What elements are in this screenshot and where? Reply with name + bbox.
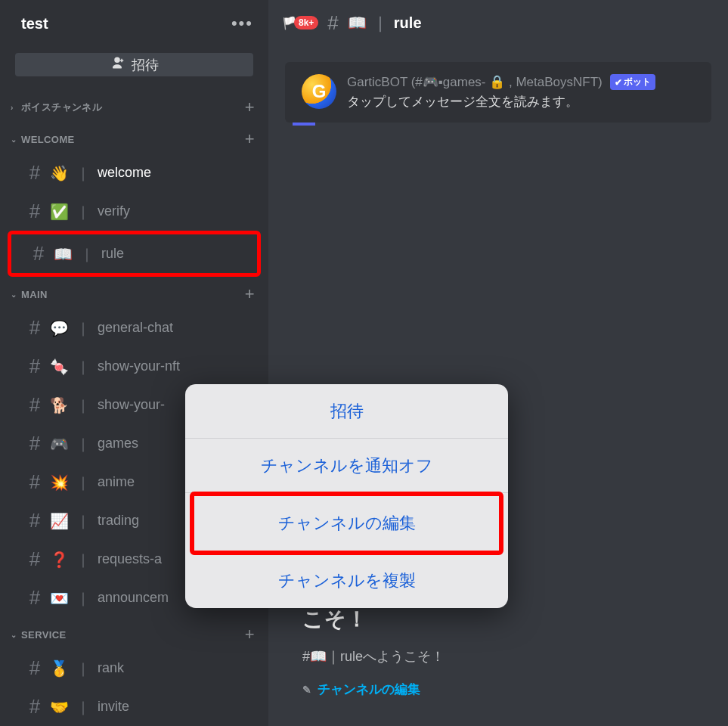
ctx-invite[interactable]: 招待 <box>185 384 508 439</box>
chevron-right-icon: › <box>11 104 18 112</box>
hash-icon: # <box>327 11 338 35</box>
ctx-mute[interactable]: チャンネルを通知オフ <box>185 439 508 493</box>
ctx-duplicate[interactable]: チャンネルを複製 <box>185 554 508 608</box>
chevron-down-icon: ⌄ <box>11 290 18 299</box>
hash-icon: # <box>27 470 42 494</box>
ctx-edit-channel[interactable]: チャンネルの編集 <box>194 496 499 551</box>
hash-icon: # <box>27 548 42 571</box>
unread-badge: 8k+ <box>294 16 318 29</box>
channel-invite[interactable]: #🤝｜invite <box>0 687 268 726</box>
add-channel-icon[interactable]: + <box>245 129 255 149</box>
context-menu: 招待 チャンネルを通知オフ チャンネルの編集 チャンネルを複製 <box>185 384 508 608</box>
channel-label: anime <box>98 474 135 490</box>
chevron-down-icon: ⌄ <box>11 631 18 639</box>
channel-label: invite <box>98 699 129 715</box>
reply-subtitle: タップしてメッセージ全文を読みます。 <box>347 93 698 110</box>
welcome-subtitle: #📖｜ruleへようこそ！ <box>302 647 445 666</box>
channel-label: verify <box>98 203 130 219</box>
hash-icon: # <box>27 393 42 417</box>
channel-title: 📖 ｜ rule <box>348 13 422 33</box>
highlight-edit-channel: チャンネルの編集 <box>190 492 503 555</box>
add-channel-icon[interactable]: + <box>245 98 255 117</box>
chevron-down-icon: ⌄ <box>11 135 18 144</box>
hash-icon: # <box>27 316 42 340</box>
channel-rank[interactable]: #🥇｜rank <box>0 649 268 687</box>
channel-general-chat[interactable]: #💬｜general-chat <box>0 309 268 347</box>
channel-label: rank <box>98 660 124 676</box>
hash-icon: # <box>27 695 42 718</box>
channel-header: 🏳️ 8k+ # 📖 ｜ rule <box>268 0 728 45</box>
channel-label: show-your-nft <box>98 358 180 374</box>
hash-icon: # <box>27 656 42 680</box>
add-channel-icon[interactable]: + <box>245 284 255 304</box>
server-name: test <box>21 15 48 33</box>
hash-icon: # <box>31 242 46 265</box>
hash-icon: # <box>27 355 42 378</box>
hash-icon: # <box>27 161 42 185</box>
channel-show-your-nft[interactable]: #🍬｜show-your-nft <box>0 347 268 386</box>
channel-label: general-chat <box>98 320 173 336</box>
reply-author: GarticBOT (#🎮▪games- 🔒 , MetaBoysNFT) ✔ボ… <box>347 74 698 90</box>
invite-label: 招待 <box>132 56 159 74</box>
channel-label: trading <box>98 513 139 529</box>
hash-icon: # <box>27 509 42 532</box>
add-channel-icon[interactable]: + <box>245 625 255 644</box>
pinned-reply[interactable]: G GarticBOT (#🎮▪games- 🔒 , MetaBoysNFT) … <box>285 62 711 123</box>
highlight-rule-channel: # 📖 ｜ rule <box>8 231 261 277</box>
server-header: test ••• <box>0 0 268 41</box>
channel-label: games <box>98 436 138 451</box>
welcome-block: こそ！ #📖｜ruleへようこそ！ ✎ チャンネルの編集 <box>302 605 445 698</box>
category-main[interactable]: ⌄MAIN + <box>0 277 268 309</box>
pencil-icon: ✎ <box>302 684 311 696</box>
welcome-title: こそ！ <box>302 605 445 634</box>
channel-label: rule <box>101 246 124 262</box>
more-icon[interactable]: ••• <box>231 14 253 33</box>
channel-label: announcem <box>98 590 169 606</box>
category-service[interactable]: ⌄SERVICE + <box>0 617 268 649</box>
channel-sidebar: test ••• 招待 ›ボイスチャンネル + ⌄WELCOME + # 👋 ｜… <box>0 0 268 726</box>
hash-icon: # <box>27 432 42 455</box>
bot-avatar: G <box>302 74 336 109</box>
channel-verify[interactable]: # ✅ ｜ verify <box>0 192 268 231</box>
category-voice[interactable]: ›ボイスチャンネル + <box>0 90 268 122</box>
mention-badge[interactable]: 🏳️ 8k+ <box>282 16 318 30</box>
add-user-icon <box>110 57 124 73</box>
category-welcome[interactable]: ⌄WELCOME + <box>0 122 268 154</box>
hash-icon: # <box>27 586 42 610</box>
channel-label: show-your- <box>98 397 165 413</box>
edit-channel-link[interactable]: ✎ チャンネルの編集 <box>302 681 445 698</box>
channel-welcome[interactable]: # 👋 ｜ welcome <box>0 154 268 192</box>
invite-button[interactable]: 招待 <box>15 53 253 76</box>
hash-icon: # <box>27 200 42 223</box>
channel-label: requests-a <box>98 551 162 567</box>
channel-rule[interactable]: # 📖 ｜ rule <box>11 234 257 273</box>
channel-label: welcome <box>98 165 151 181</box>
bot-badge: ✔ボット <box>610 74 655 90</box>
